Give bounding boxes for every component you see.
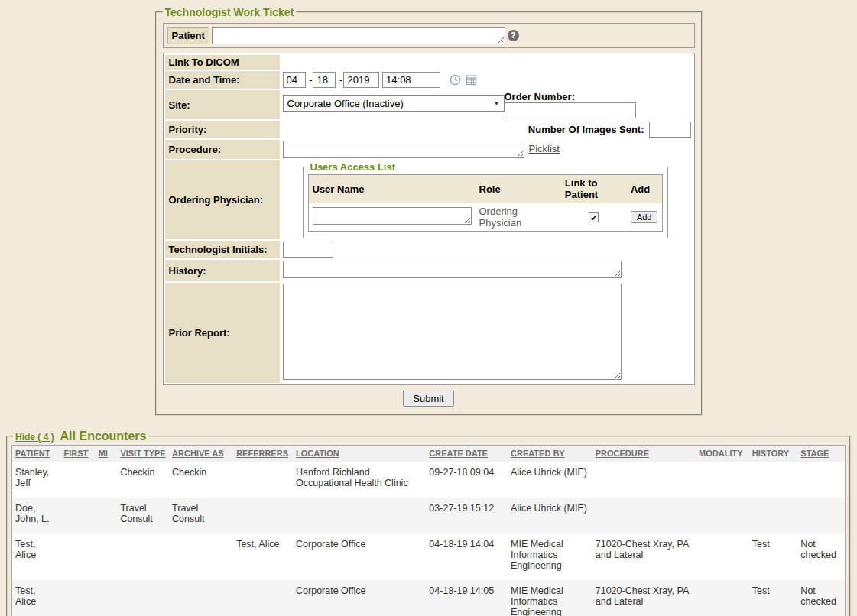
encounters-header-row: PATIENTFIRSTMIVISIT TYPEARCHIVE ASREFERR… <box>12 446 845 462</box>
column-header-procedure[interactable]: PROCEDURE <box>596 449 649 458</box>
time-input[interactable] <box>382 72 440 88</box>
user-name-input[interactable] <box>313 207 472 225</box>
encounter-cell: Test, Alice <box>12 580 61 616</box>
date-day-input[interactable] <box>313 72 336 88</box>
encounter-cell <box>696 580 749 616</box>
column-header-mi[interactable]: MI <box>99 449 108 458</box>
procedure-row: Procedure: Picklist <box>165 140 693 159</box>
order-number-label: Order Number: <box>505 91 575 102</box>
encounter-cell <box>169 533 233 580</box>
encounter-row[interactable]: Test, AliceTest, AliceCorporate Office04… <box>12 533 845 580</box>
encounter-cell <box>797 462 845 498</box>
encounter-cell <box>749 498 798 533</box>
encounter-cell <box>696 533 749 580</box>
encounter-cell: Test <box>749 533 798 580</box>
encounter-cell <box>749 462 798 498</box>
encounter-cell: Not checked <box>797 580 845 616</box>
calendar-icon[interactable] <box>466 74 477 88</box>
encounter-cell: Hanford Richland Occupational Health Cli… <box>293 462 426 498</box>
link-to-dicom-label: Link To DICOM <box>165 55 280 70</box>
users-access-list-header-row: User Name Role Link to Patient Add <box>309 175 662 203</box>
history-label: History: <box>165 260 280 281</box>
all-encounters-panel: Hide ( 4 ) All Encounters PATIENTFIRSTMI… <box>6 430 851 616</box>
column-header-created-by[interactable]: CREATED BY <box>511 449 565 458</box>
link-to-patient-checkbox[interactable]: ✔ <box>589 212 599 222</box>
prior-report-input[interactable] <box>283 284 622 380</box>
column-header-referrers[interactable]: REFERRERS <box>236 449 288 458</box>
encounter-cell: MIE Medical Informatics Engineering <box>508 580 592 616</box>
column-header-history: HISTORY <box>752 449 789 458</box>
clock-icon[interactable] <box>450 74 461 88</box>
encounter-cell: Checkin <box>117 462 169 498</box>
ordering-physician-row: Ordering Physician: Users Access List Us… <box>165 160 693 239</box>
encounter-cell <box>592 498 696 533</box>
encounter-cell: Doe, John, L. <box>12 498 61 533</box>
encounter-cell: Alice Uhrick (MIE) <box>508 462 592 498</box>
encounter-cell <box>797 498 845 533</box>
ordering-physician-label: Ordering Physician: <box>165 160 280 239</box>
encounter-cell: 71020-Chest Xray, PA and Lateral <box>592 533 696 580</box>
site-select[interactable]: Corporate Office (Inactive) ▼ <box>283 95 505 112</box>
column-header-visit-type[interactable]: VISIT TYPE <box>120 449 165 458</box>
encounter-cell: Stanley, Jeff <box>12 462 61 498</box>
column-header-patient[interactable]: PATIENT <box>15 449 50 458</box>
site-selected-value: Corporate Office (Inactive) <box>287 98 404 109</box>
priority-label: Priority: <box>165 121 280 138</box>
column-header-create-date[interactable]: CREATE DATE <box>429 449 488 458</box>
hide-encounters-link[interactable]: Hide ( 4 ) <box>15 432 54 443</box>
procedure-input[interactable] <box>283 141 524 158</box>
order-number-input[interactable] <box>505 102 636 118</box>
encounter-cell: Travel Consult <box>117 498 169 533</box>
encounter-cell <box>117 533 169 580</box>
encounter-cell: 04-18-19 14:04 <box>426 533 508 580</box>
patient-row: Patient ? <box>163 23 695 48</box>
patient-label: Patient <box>167 27 209 44</box>
technologist-initials-input[interactable] <box>283 242 333 258</box>
encounter-cell: MIE Medical Informatics Engineering <box>508 533 592 580</box>
column-header-location[interactable]: LOCATION <box>296 449 339 458</box>
date-time-row: Date and Time: - - <box>165 71 693 89</box>
patient-input[interactable] <box>212 27 505 44</box>
encounter-cell: Not checked <box>797 533 845 580</box>
encounter-row[interactable]: Doe, John, L.Travel ConsultTravel Consul… <box>12 498 845 533</box>
encounter-cell: Test, Alice <box>12 533 61 580</box>
site-row: Site: Corporate Office (Inactive) ▼ Orde… <box>165 90 693 119</box>
technologist-initials-label: Technologist Initials: <box>165 241 280 258</box>
column-header-first[interactable]: FIRST <box>64 449 89 458</box>
add-user-button[interactable]: Add <box>631 211 658 223</box>
date-time-label: Date and Time: <box>165 71 280 89</box>
encounter-cell: 03-27-19 15:12 <box>426 498 508 533</box>
column-header-archive-as[interactable]: ARCHIVE AS <box>172 449 223 458</box>
images-sent-label: Number Of Images Sent: <box>528 124 644 135</box>
role-column-header: Role <box>476 175 561 203</box>
history-input[interactable] <box>283 261 622 278</box>
picklist-link[interactable]: Picklist <box>529 143 560 154</box>
encounters-table: PATIENTFIRSTMIVISIT TYPEARCHIVE ASREFERR… <box>12 446 845 616</box>
encounter-cell <box>696 498 749 533</box>
encounter-cell <box>61 533 96 580</box>
encounter-cell <box>61 580 96 616</box>
encounter-cell: Checkin <box>169 462 233 498</box>
help-icon[interactable]: ? <box>508 30 519 41</box>
panel-title: Technologist Work Ticket <box>163 6 297 18</box>
encounter-cell <box>696 462 749 498</box>
history-row: History: <box>165 260 693 281</box>
ticket-form-table: Link To DICOM Date and Time: - - <box>163 53 695 385</box>
images-sent-input[interactable] <box>649 122 691 138</box>
date-year-input[interactable] <box>343 72 379 88</box>
encounter-row[interactable]: Stanley, JeffCheckinCheckinHanford Richl… <box>12 462 845 498</box>
encounter-row[interactable]: Test, AliceCorporate Office04-18-19 14:0… <box>12 580 845 616</box>
user-name-column-header: User Name <box>309 175 476 203</box>
date-month-input[interactable] <box>283 72 306 88</box>
encounter-cell: Alice Uhrick (MIE) <box>508 498 592 533</box>
encounter-cell <box>96 462 118 498</box>
encounter-cell: Corporate Office <box>293 580 426 616</box>
encounter-cell <box>169 580 233 616</box>
encounter-cell <box>96 580 118 616</box>
encounter-cell <box>233 498 293 533</box>
submit-button[interactable]: Submit <box>403 391 453 407</box>
column-header-stage[interactable]: STAGE <box>800 449 829 458</box>
column-header-modality: MODALITY <box>699 449 742 458</box>
encounter-cell <box>592 462 696 498</box>
role-value: Ordering Physician <box>479 206 522 229</box>
